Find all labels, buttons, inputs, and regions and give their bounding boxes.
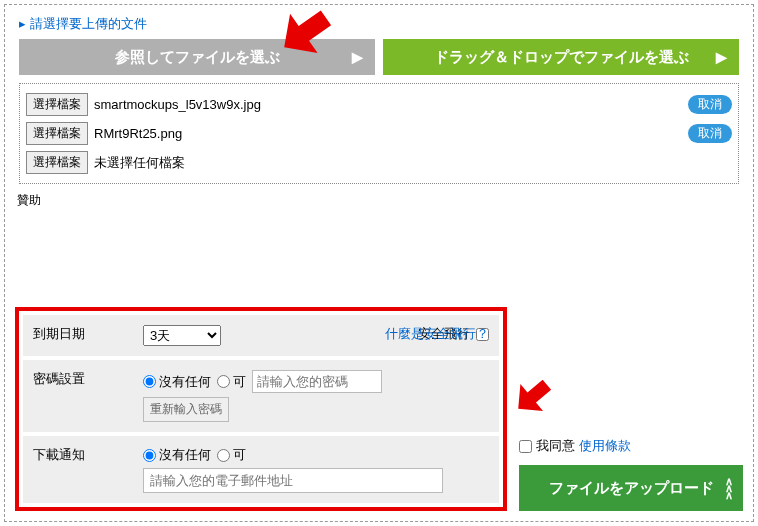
expiry-label: 到期日期 — [33, 325, 143, 343]
file-row: 選擇檔案 未選擇任何檔案 — [26, 148, 732, 177]
notify-yes-radio[interactable] — [217, 449, 230, 462]
select-file-label: 請選擇要上傳的文件 — [19, 15, 747, 33]
notify-none-radio[interactable] — [143, 449, 156, 462]
password-none-option[interactable]: 沒有任何 — [143, 373, 211, 391]
upload-label: ファイルをアップロード — [549, 479, 714, 498]
choose-file-button[interactable]: 選擇檔案 — [26, 122, 88, 145]
agree-row: 我同意使用條款 — [519, 437, 743, 455]
file-row: 選擇檔案 smartmockups_l5v13w9x.jpg 取消 — [26, 90, 732, 119]
password-row: 密碼設置 沒有任何 可 重新輸入密碼 — [23, 360, 499, 432]
terms-link[interactable]: 使用條款 — [579, 437, 631, 455]
expiry-select[interactable]: 3天 — [143, 325, 221, 346]
file-list: 選擇檔案 smartmockups_l5v13w9x.jpg 取消 選擇檔案 R… — [19, 83, 739, 184]
chevron-right-icon: ▶ — [716, 49, 727, 65]
notify-row: 下載通知 沒有任何 可 — [23, 436, 499, 503]
choose-file-button[interactable]: 選擇檔案 — [26, 151, 88, 174]
notify-none-option[interactable]: 沒有任何 — [143, 446, 211, 464]
drag-drop-button[interactable]: ドラッグ＆ドロップでファイルを選ぶ ▶ — [383, 39, 739, 75]
upload-button[interactable]: ファイルをアップロード ∧∧∧ — [519, 465, 743, 511]
password-label: 密碼設置 — [33, 370, 143, 388]
password-retype-button[interactable]: 重新輸入密碼 — [143, 397, 229, 422]
file-name: smartmockups_l5v13w9x.jpg — [94, 97, 682, 112]
password-yes-radio[interactable] — [217, 375, 230, 388]
password-none-radio[interactable] — [143, 375, 156, 388]
chevron-right-icon: ▶ — [352, 49, 363, 65]
choose-file-button[interactable]: 選擇檔案 — [26, 93, 88, 116]
notify-yes-option[interactable]: 可 — [217, 446, 246, 464]
agree-label: 我同意 — [536, 437, 575, 455]
sponsor-label: 贊助 — [17, 192, 747, 209]
password-yes-option[interactable]: 可 — [217, 373, 246, 391]
cancel-button[interactable]: 取消 — [688, 95, 732, 114]
file-name: 未選擇任何檔案 — [94, 154, 732, 172]
file-name: RMrt9Rt25.png — [94, 126, 682, 141]
chevron-up-icon: ∧∧∧ — [725, 478, 733, 499]
file-row: 選擇檔案 RMrt9Rt25.png 取消 — [26, 119, 732, 148]
expiry-row: 到期日期 3天 安全飛行 什麼是安全飛行？ — [23, 315, 499, 356]
options-panel: 到期日期 3天 安全飛行 什麼是安全飛行？ 密碼設置 沒有任何 可 — [15, 307, 507, 511]
drag-drop-label: ドラッグ＆ドロップでファイルを選ぶ — [434, 48, 689, 67]
browse-file-label: 参照してファイルを選ぶ — [115, 48, 280, 67]
password-input[interactable] — [252, 370, 382, 393]
cancel-button[interactable]: 取消 — [688, 124, 732, 143]
notify-email-input[interactable] — [143, 468, 443, 493]
notify-label: 下載通知 — [33, 446, 143, 464]
agree-checkbox[interactable] — [519, 440, 532, 453]
safe-flight-link[interactable]: 什麼是安全飛行？ — [385, 325, 489, 343]
